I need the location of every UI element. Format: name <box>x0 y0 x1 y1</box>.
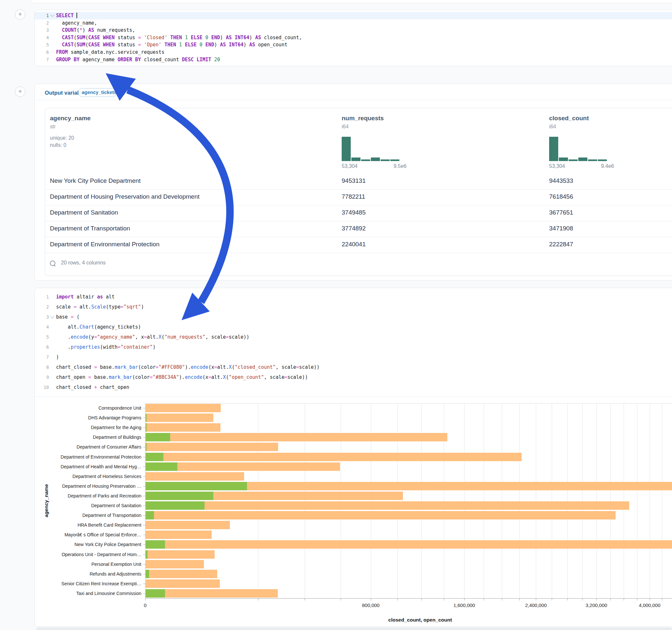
bar-open-count[interactable] <box>146 570 149 578</box>
column-header-num_requests[interactable]: num_requests <box>342 115 384 122</box>
x-tick <box>258 599 258 601</box>
column-header-agency_name[interactable]: agency_name <box>50 115 91 122</box>
y-axis-label: Department of Environmental Protection <box>35 452 141 462</box>
y-axis-label: Mayorâ€ s Office of Special Enforce… <box>35 530 141 539</box>
table-cell: Department of Housing Preservation and D… <box>50 193 200 200</box>
bar-closed-count[interactable] <box>146 540 672 549</box>
table-row[interactable]: New York City Police Department945313194… <box>45 173 672 189</box>
text-cursor <box>76 13 77 18</box>
gridline <box>567 403 568 598</box>
y-axis-domain-line <box>145 403 146 598</box>
result-table: agency_namestrunique: 20nulls: 0num_requ… <box>45 108 672 276</box>
bar-closed-count[interactable] <box>146 413 213 422</box>
bar-closed-count[interactable] <box>146 443 278 451</box>
column-type: i64 <box>342 124 349 130</box>
table-row[interactable]: Department of Transportation377489234719… <box>45 221 672 237</box>
bar-closed-count[interactable] <box>146 423 220 432</box>
code-text: FROM sample_data.nyc.service_requests <box>35 49 164 56</box>
table-footer: 20 rows, 4 columns <box>61 260 106 266</box>
x-tick-label: 0 <box>144 602 146 608</box>
gridline <box>519 403 520 598</box>
table-row[interactable]: Department of Sanitation37494853677651 <box>45 205 672 221</box>
bar-closed-count[interactable] <box>146 433 447 441</box>
sql-line-3[interactable]: 3 COUNT(*) AS num_requests, <box>35 27 672 34</box>
histogram-bin <box>371 158 380 161</box>
table-row[interactable]: Department of Environmental Protection22… <box>45 237 672 253</box>
bar-open-count[interactable] <box>146 462 177 471</box>
x-tick <box>341 599 341 601</box>
y-axis-label: Department of Homeless Services <box>35 471 141 481</box>
bar-open-count[interactable] <box>146 501 205 510</box>
bar-closed-count[interactable] <box>146 511 616 519</box>
x-tick <box>637 599 637 601</box>
bar-closed-count[interactable] <box>146 579 220 588</box>
gridline <box>552 403 552 598</box>
gridline <box>662 403 662 598</box>
sql-line-7[interactable]: 7GROUP BY agency_name ORDER BY closed_co… <box>35 56 672 64</box>
sql-line-2[interactable]: 2 agency_name, <box>35 20 672 27</box>
add-cell-button-top[interactable]: + <box>15 9 25 20</box>
y-axis-label: Department of Health and Mental Hyg… <box>35 462 141 471</box>
line-number: 2 <box>35 20 49 27</box>
x-tick <box>422 599 422 601</box>
table-cell: 3471908 <box>549 225 573 232</box>
sql-line-1[interactable]: 1SELECT <box>35 12 672 20</box>
search-icon[interactable] <box>50 261 55 266</box>
line-number: 5 <box>35 41 49 49</box>
bar-closed-count[interactable] <box>146 570 217 578</box>
y-axis-label: Department of Transportation <box>35 510 141 520</box>
bar-open-count[interactable] <box>146 443 146 451</box>
gridline <box>398 403 398 598</box>
output-header-divider <box>35 100 672 100</box>
add-cell-button-middle[interactable]: + <box>15 87 25 97</box>
x-tick <box>305 599 305 601</box>
row-divider <box>45 253 672 253</box>
sql-editor[interactable]: 1SELECT 2 agency_name,3 COUNT(*) AS num_… <box>35 12 672 63</box>
bar-open-count[interactable] <box>146 423 146 432</box>
bar-open-count[interactable] <box>146 550 147 559</box>
bar-open-count[interactable] <box>146 540 165 549</box>
bar-closed-count[interactable] <box>146 404 221 412</box>
table-cell: 3749485 <box>342 209 366 216</box>
y-axis-label: Operations Unit - Department of Hom… <box>35 550 141 559</box>
table-row[interactable]: Department of Housing Preservation and D… <box>45 189 672 205</box>
bar-closed-count[interactable] <box>146 589 278 598</box>
bar-closed-count[interactable] <box>146 521 230 529</box>
python-cell-card: 1import altair as alt2scale = alt.Scale(… <box>34 288 672 627</box>
bar-open-count[interactable] <box>146 453 163 461</box>
code-text: CAST(SUM(CASE WHEN status = 'Open' THEN … <box>35 41 287 49</box>
gridline <box>341 403 341 598</box>
sql-line-6[interactable]: 6FROM sample_data.nyc.service_requests <box>35 49 672 56</box>
sql-line-5[interactable]: 5 CAST(SUM(CASE WHEN status = 'Open' THE… <box>35 41 672 49</box>
output-variable-badge[interactable]: agency_tickets <box>78 88 117 97</box>
code-text: COUNT(*) AS num_requests, <box>35 27 135 34</box>
bar-closed-count[interactable] <box>146 531 212 539</box>
gridline <box>464 403 464 598</box>
bar-closed-count[interactable] <box>146 550 215 559</box>
table-cell: 7782211 <box>342 193 365 200</box>
bar-open-count[interactable] <box>146 589 165 598</box>
column-header-closed_count[interactable]: closed_count <box>549 115 589 122</box>
table-cell: 9443533 <box>549 177 573 185</box>
bar-open-count[interactable] <box>146 482 247 490</box>
bar-open-count[interactable] <box>146 511 154 519</box>
x-tick <box>371 599 371 601</box>
gridline <box>444 403 444 598</box>
sql-line-4[interactable]: 4 CAST(SUM(CASE WHEN status = 'Closed' T… <box>35 34 672 42</box>
bar-closed-count[interactable] <box>146 560 204 568</box>
bar-open-count[interactable] <box>146 433 170 441</box>
histogram-bin <box>381 160 390 161</box>
bar-closed-count[interactable] <box>146 453 522 461</box>
sql-output-card: Output variable: agency_tickets agency_n… <box>34 83 672 281</box>
column-histogram <box>342 137 399 161</box>
y-axis-label: HRA Benefit Card Replacement <box>35 520 141 530</box>
gridline <box>371 403 371 598</box>
table-cell: 3774892 <box>342 225 366 232</box>
previous-cell-edge <box>31 0 672 3</box>
bar-open-count[interactable] <box>146 492 213 500</box>
bar-closed-count[interactable] <box>146 501 629 510</box>
table-cell: Department of Transportation <box>50 225 130 232</box>
gridline <box>624 403 624 598</box>
bar-closed-count[interactable] <box>146 472 244 481</box>
bar-open-count[interactable] <box>146 413 146 422</box>
